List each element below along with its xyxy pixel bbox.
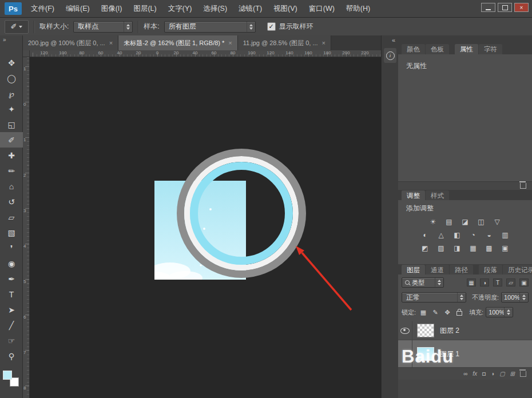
adjustment-layer-filter-icon[interactable]: ◑	[480, 278, 489, 286]
smart-object-filter-icon[interactable]: ▣	[519, 278, 529, 286]
tab-color[interactable]: 颜色	[402, 44, 425, 54]
brightness-contrast-icon[interactable]: ☀	[428, 217, 438, 226]
color-balance-icon[interactable]: △	[436, 230, 446, 240]
close-icon[interactable]: ×	[228, 39, 232, 46]
trash-icon[interactable]	[520, 183, 526, 189]
new-layer-icon[interactable]: ⊞	[510, 371, 515, 377]
dodge-tool[interactable]: ◉	[0, 256, 23, 271]
history-brush-icon: ↺	[8, 197, 15, 206]
tab-paragraph[interactable]: 段落	[479, 265, 502, 275]
gradient-map-icon[interactable]: ▦	[468, 244, 478, 253]
expand-panels-icon[interactable]: «	[392, 37, 395, 43]
tab-paths[interactable]: 路径	[450, 265, 473, 275]
photo-filter-icon[interactable]: ◔	[468, 230, 478, 240]
channel-mixer-icon[interactable]: ◒	[484, 230, 494, 240]
tab-styles[interactable]: 样式	[426, 190, 449, 201]
type-tool[interactable]: T	[0, 286, 23, 302]
menu-item-4[interactable]: 图层(L)	[133, 4, 156, 14]
menu-item-8[interactable]: 视图(V)	[273, 4, 297, 14]
document-tab-1[interactable]: 200.jpg @ 100% (图层 0, ...×	[23, 35, 118, 50]
lasso-tool[interactable]: ℘	[0, 86, 23, 101]
menu-item-1[interactable]: 文件(F)	[31, 4, 54, 14]
collapse-toolbar-icon[interactable]: »	[3, 37, 6, 43]
tab-layers[interactable]: 图层	[402, 265, 425, 275]
tab-history[interactable]: 历史记录	[503, 265, 532, 275]
close-icon[interactable]: ×	[322, 39, 325, 46]
minimize-button[interactable]	[481, 3, 495, 12]
pixel-layer-filter-icon[interactable]: ▦	[467, 278, 476, 286]
menu-item-6[interactable]: 选择(S)	[203, 4, 227, 14]
move-tool[interactable]: ✥	[0, 55, 23, 70]
menu-item-5[interactable]: 文字(Y)	[168, 4, 192, 14]
foreground-color-swatch[interactable]	[3, 371, 12, 380]
ruler-label: 100	[59, 50, 66, 55]
info-panel-button[interactable]: i	[384, 48, 396, 63]
threshold-icon[interactable]: ◨	[452, 244, 462, 253]
hue-saturation-icon[interactable]: ◐	[420, 230, 430, 240]
brush-tool[interactable]: ✏	[0, 163, 23, 178]
exposure-icon[interactable]: ◫	[476, 217, 486, 226]
blur-tool[interactable]: ❜	[0, 240, 23, 256]
black-white-icon[interactable]: ◧	[452, 230, 462, 240]
vibrance-icon[interactable]: ▽	[492, 217, 502, 226]
layer-row[interactable]: 图层 2	[398, 321, 532, 340]
crop-tool[interactable]: ◱	[0, 117, 23, 132]
menu-item-2[interactable]: 编辑(E)	[66, 4, 90, 14]
lasso-icon: ℘	[9, 89, 14, 98]
fill-dropdown[interactable]: 100%	[486, 307, 513, 317]
layer-group-icon[interactable]: ▢	[499, 371, 505, 377]
ruler-label: 60	[212, 50, 217, 55]
hand-tool[interactable]: ☞	[0, 333, 23, 348]
sample-size-dropdown[interactable]: 取样点	[73, 21, 133, 33]
eyedropper-tool[interactable]: ✐	[0, 132, 23, 148]
blend-mode-dropdown[interactable]: 正常	[402, 292, 466, 303]
menu-item-10[interactable]: 帮助(H)	[346, 4, 370, 14]
pen-tool[interactable]: ✒	[0, 271, 23, 286]
tab-character[interactable]: 字符	[479, 44, 502, 54]
document-tab-3[interactable]: 11.jpg @ 28.5% (图层 0, ...×	[238, 35, 331, 50]
history-brush-tool[interactable]: ↺	[0, 194, 23, 209]
layer-filter-dropdown[interactable]: 类型	[402, 277, 444, 288]
opacity-dropdown[interactable]: 100%	[501, 292, 529, 303]
lock-pixels-icon[interactable]: ✎	[431, 308, 439, 316]
delete-layer-icon[interactable]	[520, 371, 526, 377]
marquee-tool[interactable]: ◯	[0, 70, 23, 86]
tab-swatches[interactable]: 色板	[426, 44, 449, 54]
document-tab-2[interactable]: 未标题-2 @ 162% (图层 1, RGB/8) *×	[118, 35, 238, 50]
color-lookup-icon[interactable]: ▥	[500, 230, 510, 240]
selective-color-icon[interactable]: ▩	[484, 244, 494, 253]
close-button[interactable]: ×	[514, 3, 529, 12]
menu-item-3[interactable]: 图像(I)	[101, 4, 122, 14]
restore-button[interactable]	[498, 3, 512, 12]
visibility-toggle[interactable]	[398, 321, 412, 340]
curves-icon[interactable]: ◪	[460, 217, 470, 226]
lock-position-icon[interactable]: ✥	[443, 308, 451, 316]
invert-icon[interactable]: ◩	[420, 244, 430, 253]
document-canvas[interactable]	[30, 57, 381, 398]
tool-preset-button[interactable]: ✐	[5, 20, 29, 34]
line-tool[interactable]: ╱	[0, 317, 23, 333]
path-selection-tool[interactable]: ➤	[0, 302, 23, 317]
menu-item-7[interactable]: 滤镜(T)	[239, 4, 262, 14]
magic-wand-tool[interactable]: ✦	[0, 101, 23, 117]
healing-brush-tool[interactable]: ✚	[0, 148, 23, 163]
menu-item-9[interactable]: 窗口(W)	[309, 4, 335, 14]
tab-channels[interactable]: 通道	[426, 265, 449, 275]
tab-properties[interactable]: 属性	[455, 44, 478, 54]
layer-thumbnail[interactable]	[417, 324, 434, 337]
posterize-icon[interactable]: ▨	[436, 244, 446, 253]
custom-adjustment-icon[interactable]: ▣	[500, 244, 510, 253]
zoom-tool[interactable]: ⚲	[0, 348, 23, 364]
tab-adjustments[interactable]: 调整	[402, 190, 425, 201]
lock-transparency-icon[interactable]: ▦	[419, 308, 427, 316]
lock-all-icon[interactable]	[455, 308, 463, 316]
type-layer-filter-icon[interactable]: T	[493, 278, 502, 286]
sample-dropdown[interactable]: 所有图层	[164, 21, 256, 33]
show-ring-checkbox[interactable]: ✓	[267, 22, 276, 31]
gradient-tool[interactable]: ▧	[0, 225, 23, 240]
eraser-tool[interactable]: ▱	[0, 209, 23, 225]
levels-icon[interactable]: ▤	[444, 217, 454, 226]
clone-stamp-tool[interactable]: ⌂	[0, 178, 23, 194]
close-icon[interactable]: ×	[109, 39, 113, 46]
shape-layer-filter-icon[interactable]: ▱	[506, 278, 515, 286]
